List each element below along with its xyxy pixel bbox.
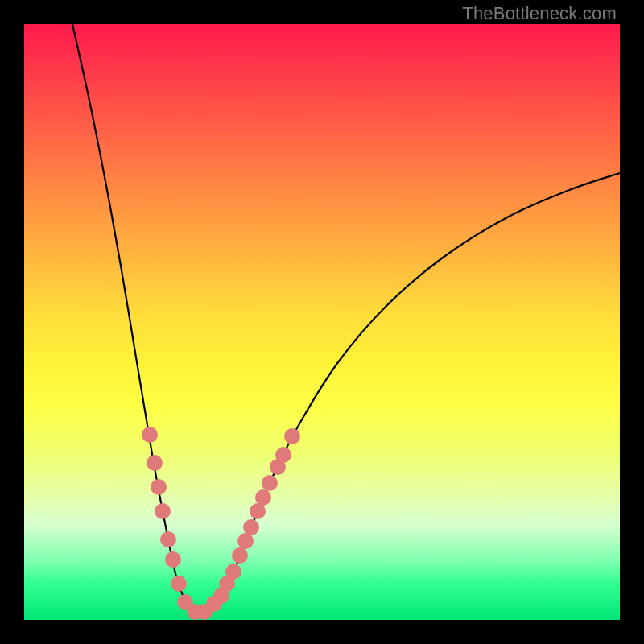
bead-marker: [243, 519, 259, 535]
bead-marker: [155, 503, 171, 519]
bead-marker: [284, 428, 300, 444]
bead-marker: [232, 547, 248, 564]
bead-marker: [147, 455, 163, 471]
bead-marker: [142, 427, 158, 443]
chart-svg: [24, 24, 620, 620]
watermark-text: TheBottleneck.com: [462, 3, 617, 24]
bead-marker: [151, 479, 167, 495]
bead-marker: [165, 551, 181, 568]
bead-marker: [275, 447, 291, 463]
chart-frame: TheBottleneck.com: [0, 0, 644, 644]
bead-marker: [255, 489, 271, 506]
bead-marker: [262, 475, 278, 491]
bead-marker: [171, 576, 187, 592]
bead-marker: [225, 564, 242, 580]
bottleneck-curve: [72, 24, 620, 613]
bead-marker: [160, 531, 176, 547]
